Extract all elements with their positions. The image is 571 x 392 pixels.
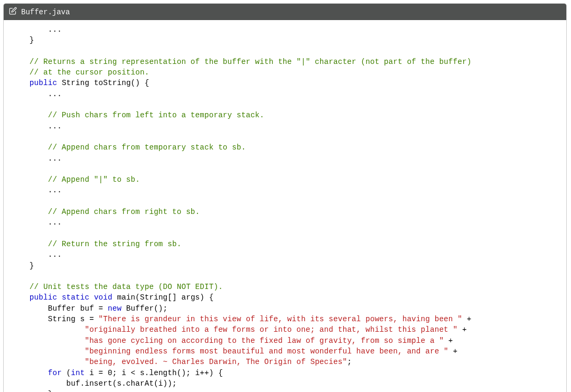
stmt: ( [62,369,71,377]
stmt: Buffer buf = [48,304,108,313]
keyword: void [94,293,113,302]
ellipsis: ... [48,250,62,259]
string: "has gone cycling on according to the fi… [85,337,444,345]
stmt: i = 0; i < s.length(); i++) { [85,369,222,377]
stmt: buf.insert(s.charAt(i)); [67,379,177,388]
comment: // Append chars from right to sb. [48,208,200,216]
ellipsis: ... [48,154,62,163]
comment: // Push chars from left into a temporary… [48,111,265,119]
code-body: ... } // Returns a string representation… [4,20,566,392]
comment: // Return the string from sb. [48,240,182,248]
comment: // Unit tests the data type (DO NOT EDIT… [30,283,223,291]
signature: main(String[] args) { [113,293,214,302]
string: "originally breathed into a few forms or… [85,325,457,334]
stmt: Buffer(); [121,304,167,313]
string: "There is grandeur in this view of life,… [99,315,462,323]
op: + [444,337,453,345]
comment: // Returns a string representation of th… [30,58,472,66]
code-listing: Buffer.java ... } // Returns a string re… [3,3,567,392]
keyword: public [30,293,57,302]
edit-icon [9,7,17,17]
op: ; [347,358,352,366]
comment: // Append chars from temporary stack to … [48,143,246,152]
keyword: static [62,293,89,302]
ellipsis: ... [48,25,62,34]
op: + [457,325,466,334]
keyword: int [71,369,85,377]
comment: // Append "|" to sb. [48,175,140,184]
code-header: Buffer.java [4,4,566,20]
type: String [62,79,89,87]
keyword: for [48,369,62,377]
signature: toString() { [89,79,149,87]
stmt: String s = [48,315,99,323]
brace: } [30,262,34,270]
string: "beginning endless forms most beautiful … [85,347,448,356]
ellipsis: ... [48,90,62,98]
op: + [462,315,471,323]
ellipsis: ... [48,122,62,130]
brace: } [48,390,53,392]
keyword: public [30,79,57,87]
op: + [448,347,457,356]
string: "being, evolved. ~ Charles Darwin, The O… [85,358,347,366]
ellipsis: ... [48,186,62,194]
ellipsis: ... [48,218,62,227]
file-name: Buffer.java [21,8,70,16]
brace: } [30,36,34,44]
keyword: new [108,304,121,313]
comment: // at the cursor position. [30,68,149,77]
